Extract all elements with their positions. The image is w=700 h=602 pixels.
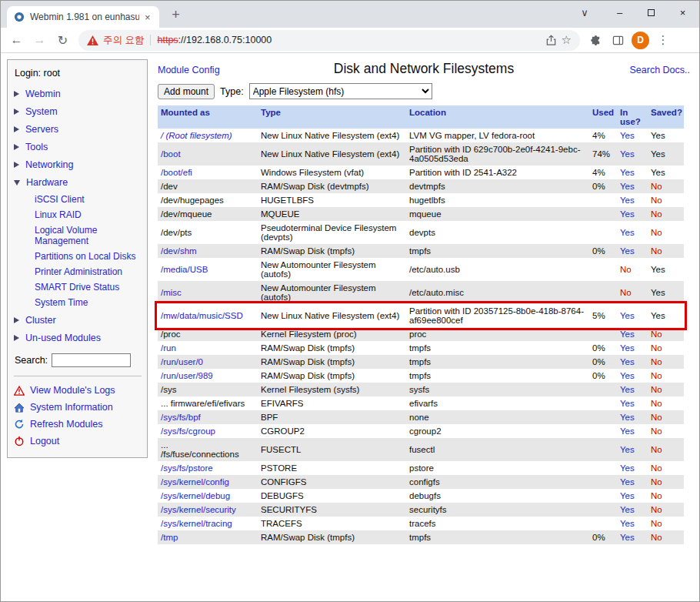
warning-triangle-icon[interactable] bbox=[87, 35, 98, 45]
mount-link[interactable]: /run/user/0 bbox=[161, 357, 203, 366]
in-use-link[interactable]: Yes bbox=[620, 343, 635, 353]
mount-link[interactable]: /misc bbox=[161, 288, 182, 297]
in-use-link[interactable]: Yes bbox=[620, 131, 635, 140]
mount-link[interactable]: /sys/fs/cgroup bbox=[161, 426, 215, 436]
sidebar-subitem-iscsi-client[interactable]: iSCSI Client bbox=[35, 194, 142, 205]
mount-link[interactable]: /run bbox=[161, 343, 176, 353]
forward-button[interactable]: → bbox=[29, 30, 50, 51]
sidebar-item-webmin[interactable]: Webmin bbox=[14, 88, 142, 100]
sidebar-item-label[interactable]: System bbox=[25, 106, 58, 117]
mount-link[interactable]: /tmp bbox=[161, 533, 178, 542]
in-use-link[interactable]: Yes bbox=[620, 149, 635, 159]
mount-link[interactable]: /run/user/989 bbox=[161, 371, 213, 380]
mount-link[interactable]: /sys/fs/pstore bbox=[161, 463, 213, 473]
in-use-link[interactable]: Yes bbox=[620, 182, 635, 191]
menu-dots-icon[interactable]: ⋮ bbox=[653, 30, 673, 50]
tab-search-chevron-icon[interactable]: ∨ bbox=[572, 1, 598, 24]
new-tab-button[interactable]: + bbox=[166, 5, 185, 25]
in-use-link[interactable]: Yes bbox=[620, 399, 635, 408]
in-use-link[interactable]: Yes bbox=[620, 426, 635, 436]
in-use-link[interactable]: Yes bbox=[620, 533, 635, 542]
mount-link[interactable]: /sys/kernel/debug bbox=[161, 491, 230, 500]
close-button[interactable]: × bbox=[667, 1, 698, 24]
sidebar-link-logout[interactable]: Logout bbox=[14, 436, 142, 446]
sidebar-item-system[interactable]: System bbox=[14, 105, 142, 118]
table-row: /sysKernel Filesystem (sysfs)sysfsYesNo bbox=[158, 383, 684, 396]
mount-link[interactable]: /sys/kernel/security bbox=[161, 505, 236, 514]
sidebar-item-label[interactable]: Hardware bbox=[26, 177, 68, 188]
sidebar-item-networking[interactable]: Networking bbox=[14, 159, 142, 171]
sidebar-item-label[interactable]: Tools bbox=[25, 142, 48, 152]
extensions-icon[interactable] bbox=[585, 30, 605, 50]
sidebar-item-hardware[interactable]: Hardware bbox=[14, 176, 142, 189]
tab-close-icon[interactable]: × bbox=[145, 12, 151, 23]
sidebar-link-label[interactable]: Logout bbox=[30, 436, 59, 446]
in-use-link[interactable]: Yes bbox=[620, 491, 635, 500]
sidebar-item-label[interactable]: Un-used Modules bbox=[25, 333, 101, 343]
in-use-link[interactable]: Yes bbox=[620, 311, 635, 320]
type-select[interactable]: Apple Filesystem (hfs) bbox=[249, 83, 432, 99]
in-use-link[interactable]: Yes bbox=[620, 357, 635, 366]
reload-button[interactable]: ↻ bbox=[52, 30, 73, 51]
sidebar-item-cluster[interactable]: Cluster bbox=[14, 314, 142, 326]
in-use-link[interactable]: Yes bbox=[620, 196, 635, 205]
back-button[interactable]: ← bbox=[6, 30, 27, 51]
in-use-link[interactable]: Yes bbox=[620, 246, 635, 256]
sidebar-subitem-smart-drive-status[interactable]: SMART Drive Status bbox=[35, 282, 142, 293]
in-use-link[interactable]: Yes bbox=[620, 209, 635, 219]
mount-link[interactable]: /sys/fs/bpf bbox=[161, 413, 201, 422]
sidebar-subitem-printer-administration[interactable]: Printer Administration bbox=[35, 266, 142, 277]
search-input[interactable] bbox=[52, 353, 131, 367]
address-bar[interactable]: 주의 요함 https://192.168.0.75:10000 ☆ bbox=[78, 30, 580, 51]
mount-link[interactable]: /media/USB bbox=[161, 265, 208, 274]
sidebar-item-label[interactable]: Servers bbox=[25, 124, 58, 135]
sidebar-item-label[interactable]: Cluster bbox=[25, 315, 56, 326]
sidebar-link-system-information[interactable]: System Information bbox=[14, 402, 142, 413]
in-use-link[interactable]: Yes bbox=[620, 228, 635, 237]
sidebar-item-tools[interactable]: Tools bbox=[14, 141, 142, 153]
sidebar-item-label[interactable]: Webmin bbox=[25, 89, 61, 99]
mount-link[interactable]: /boot/efi bbox=[161, 168, 192, 177]
sidebar-item-label[interactable]: Networking bbox=[25, 159, 74, 170]
cell-used bbox=[589, 503, 617, 517]
in-use-link[interactable]: Yes bbox=[620, 505, 635, 514]
sidebar-link-refresh-modules[interactable]: Refresh Modules bbox=[14, 419, 142, 430]
in-use-link[interactable]: Yes bbox=[620, 371, 635, 380]
sidebar-item-un-used-modules[interactable]: Un-used Modules bbox=[14, 332, 142, 344]
minimize-button[interactable]: – bbox=[604, 1, 635, 24]
sidebar-link-label[interactable]: System Information bbox=[30, 402, 113, 413]
sidebar-subitem-partitions-on-local-disks[interactable]: Partitions on Local Disks bbox=[35, 251, 142, 262]
in-use-link[interactable]: Yes bbox=[620, 445, 635, 454]
security-warning-label[interactable]: 주의 요함 bbox=[103, 34, 144, 47]
share-icon[interactable] bbox=[545, 35, 557, 46]
in-use-link[interactable]: Yes bbox=[620, 519, 635, 528]
sidebar-subitem-linux-raid[interactable]: Linux RAID bbox=[35, 209, 142, 220]
mount-link[interactable]: /sys/kernel/tracing bbox=[161, 519, 232, 528]
in-use-link[interactable]: Yes bbox=[620, 477, 635, 487]
url-text[interactable]: https://192.168.0.75:10000 bbox=[157, 35, 540, 45]
browser-tab[interactable]: Webmin 1.981 on eunhasu (Fed × bbox=[7, 6, 159, 28]
sidebar-link-label[interactable]: View Module's Logs bbox=[30, 385, 115, 396]
sidebar-link-label[interactable]: Refresh Modules bbox=[30, 419, 103, 430]
in-use-link[interactable]: Yes bbox=[620, 385, 635, 394]
sidebar-subitem-logical-volume-management[interactable]: Logical Volume Management bbox=[35, 225, 142, 246]
sidebar-link-view-module-s-logs[interactable]: View Module's Logs bbox=[14, 385, 142, 396]
add-mount-button[interactable]: Add mount bbox=[158, 84, 215, 99]
mount-link[interactable]: /dev/shm bbox=[161, 246, 197, 256]
in-use-link[interactable]: Yes bbox=[620, 168, 635, 177]
mount-link[interactable]: /sys/kernel/config bbox=[161, 477, 229, 487]
sidebar-item-servers[interactable]: Servers bbox=[14, 123, 142, 135]
bookmark-star-icon[interactable]: ☆ bbox=[562, 33, 572, 47]
mount-link[interactable]: /mw/data/music/SSD bbox=[161, 311, 243, 320]
mount-link[interactable]: /boot bbox=[161, 149, 181, 159]
module-config-link[interactable]: Module Config bbox=[158, 65, 220, 75]
search-docs-link[interactable]: Search Docs.. bbox=[629, 65, 690, 75]
maximize-button[interactable] bbox=[635, 1, 667, 24]
in-use-link[interactable]: Yes bbox=[620, 413, 635, 422]
in-use-link[interactable]: Yes bbox=[620, 329, 635, 339]
profile-avatar[interactable]: D bbox=[632, 32, 649, 49]
sidebar-subitem-system-time[interactable]: System Time bbox=[35, 297, 142, 308]
mount-link[interactable]: / (Root filesystem) bbox=[161, 131, 232, 140]
in-use-link[interactable]: Yes bbox=[620, 463, 635, 473]
side-panel-icon[interactable] bbox=[608, 30, 628, 50]
